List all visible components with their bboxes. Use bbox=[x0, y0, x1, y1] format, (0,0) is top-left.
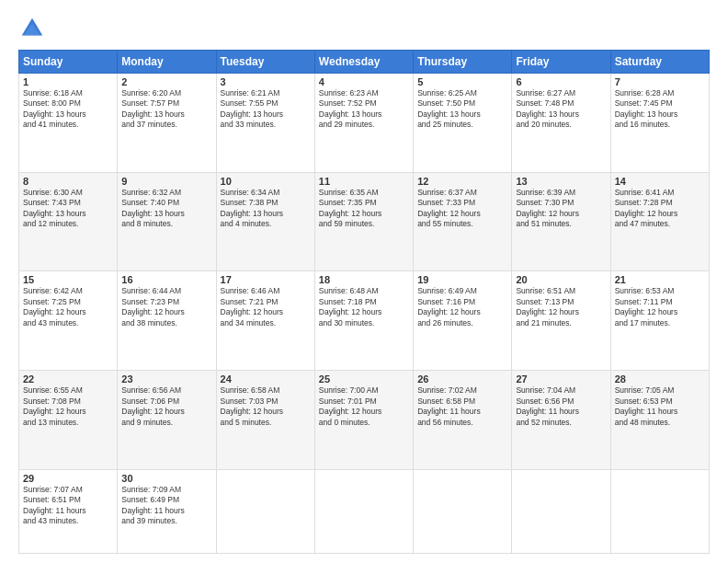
day-info: Sunrise: 7:07 AM Sunset: 6:51 PM Dayligh… bbox=[23, 485, 113, 527]
col-friday: Friday bbox=[512, 51, 610, 74]
day-info: Sunrise: 6:34 AM Sunset: 7:38 PM Dayligh… bbox=[221, 188, 311, 230]
header-row: Sunday Monday Tuesday Wednesday Thursday… bbox=[19, 51, 710, 74]
day-number: 15 bbox=[23, 274, 113, 285]
calendar-cell: 30Sunrise: 7:09 AM Sunset: 6:49 PM Dayli… bbox=[118, 469, 216, 553]
day-info: Sunrise: 6:35 AM Sunset: 7:35 PM Dayligh… bbox=[319, 188, 409, 230]
day-info: Sunrise: 6:25 AM Sunset: 7:50 PM Dayligh… bbox=[417, 88, 507, 131]
col-monday: Monday bbox=[118, 51, 216, 74]
day-info: Sunrise: 6:42 AM Sunset: 7:25 PM Dayligh… bbox=[23, 286, 113, 328]
day-info: Sunrise: 6:46 AM Sunset: 7:21 PM Dayligh… bbox=[221, 286, 311, 328]
col-saturday: Saturday bbox=[610, 51, 709, 74]
calendar-cell: 17Sunrise: 6:46 AM Sunset: 7:21 PM Dayli… bbox=[216, 271, 314, 371]
day-number: 18 bbox=[319, 274, 409, 285]
day-info: Sunrise: 6:27 AM Sunset: 7:48 PM Dayligh… bbox=[516, 88, 606, 131]
day-info: Sunrise: 6:41 AM Sunset: 7:28 PM Dayligh… bbox=[615, 188, 705, 230]
calendar-cell: 22Sunrise: 6:55 AM Sunset: 7:08 PM Dayli… bbox=[19, 371, 118, 470]
calendar-cell: 3Sunrise: 6:21 AM Sunset: 7:55 PM Daylig… bbox=[216, 74, 314, 173]
day-number: 19 bbox=[417, 274, 507, 285]
col-wednesday: Wednesday bbox=[314, 51, 413, 74]
calendar-cell: 23Sunrise: 6:56 AM Sunset: 7:06 PM Dayli… bbox=[118, 371, 216, 470]
day-info: Sunrise: 6:51 AM Sunset: 7:13 PM Dayligh… bbox=[516, 286, 606, 328]
day-number: 25 bbox=[319, 373, 409, 385]
day-number: 5 bbox=[417, 76, 507, 87]
calendar-cell bbox=[314, 469, 413, 553]
day-info: Sunrise: 6:28 AM Sunset: 7:45 PM Dayligh… bbox=[615, 88, 705, 131]
calendar-cell: 16Sunrise: 6:44 AM Sunset: 7:23 PM Dayli… bbox=[118, 271, 216, 371]
header bbox=[18, 15, 710, 42]
calendar-cell: 27Sunrise: 7:04 AM Sunset: 6:56 PM Dayli… bbox=[512, 371, 610, 470]
day-info: Sunrise: 6:53 AM Sunset: 7:11 PM Dayligh… bbox=[615, 286, 705, 328]
day-info: Sunrise: 6:48 AM Sunset: 7:18 PM Dayligh… bbox=[319, 286, 409, 328]
calendar-table: Sunday Monday Tuesday Wednesday Thursday… bbox=[18, 50, 710, 554]
col-sunday: Sunday bbox=[19, 51, 118, 74]
calendar-cell bbox=[216, 469, 314, 553]
col-tuesday: Tuesday bbox=[216, 51, 314, 74]
day-info: Sunrise: 6:23 AM Sunset: 7:52 PM Dayligh… bbox=[319, 88, 409, 131]
day-number: 27 bbox=[516, 373, 606, 385]
day-number: 26 bbox=[417, 373, 507, 385]
day-info: Sunrise: 6:44 AM Sunset: 7:23 PM Dayligh… bbox=[121, 286, 211, 328]
logo bbox=[18, 15, 50, 42]
calendar-cell: 19Sunrise: 6:49 AM Sunset: 7:16 PM Dayli… bbox=[414, 271, 512, 371]
calendar-cell: 1Sunrise: 6:18 AM Sunset: 8:00 PM Daylig… bbox=[19, 74, 118, 173]
day-number: 7 bbox=[615, 76, 705, 87]
logo-icon bbox=[18, 15, 46, 42]
calendar-cell: 29Sunrise: 7:07 AM Sunset: 6:51 PM Dayli… bbox=[19, 469, 118, 553]
day-info: Sunrise: 7:00 AM Sunset: 7:01 PM Dayligh… bbox=[319, 385, 409, 428]
day-info: Sunrise: 6:32 AM Sunset: 7:40 PM Dayligh… bbox=[121, 188, 211, 230]
calendar-cell bbox=[512, 469, 610, 553]
calendar-cell: 18Sunrise: 6:48 AM Sunset: 7:18 PM Dayli… bbox=[314, 271, 413, 371]
calendar-cell: 26Sunrise: 7:02 AM Sunset: 6:58 PM Dayli… bbox=[414, 371, 512, 470]
day-number: 23 bbox=[121, 373, 211, 385]
day-number: 11 bbox=[319, 176, 409, 187]
calendar-cell: 2Sunrise: 6:20 AM Sunset: 7:57 PM Daylig… bbox=[118, 74, 216, 173]
day-number: 8 bbox=[23, 176, 113, 187]
calendar-cell: 9Sunrise: 6:32 AM Sunset: 7:40 PM Daylig… bbox=[118, 172, 216, 271]
calendar-cell: 13Sunrise: 6:39 AM Sunset: 7:30 PM Dayli… bbox=[512, 172, 610, 271]
day-number: 10 bbox=[221, 176, 311, 187]
calendar-cell: 20Sunrise: 6:51 AM Sunset: 7:13 PM Dayli… bbox=[512, 271, 610, 371]
day-number: 24 bbox=[221, 373, 311, 385]
calendar-cell: 28Sunrise: 7:05 AM Sunset: 6:53 PM Dayli… bbox=[610, 371, 709, 470]
day-number: 22 bbox=[23, 373, 113, 385]
calendar-cell: 12Sunrise: 6:37 AM Sunset: 7:33 PM Dayli… bbox=[414, 172, 512, 271]
day-info: Sunrise: 6:58 AM Sunset: 7:03 PM Dayligh… bbox=[221, 385, 311, 428]
day-number: 29 bbox=[23, 473, 113, 484]
day-number: 13 bbox=[516, 176, 606, 187]
calendar-cell: 5Sunrise: 6:25 AM Sunset: 7:50 PM Daylig… bbox=[414, 74, 512, 173]
day-info: Sunrise: 6:55 AM Sunset: 7:08 PM Dayligh… bbox=[23, 385, 113, 428]
calendar-cell: 14Sunrise: 6:41 AM Sunset: 7:28 PM Dayli… bbox=[610, 172, 709, 271]
day-number: 2 bbox=[121, 76, 211, 87]
day-info: Sunrise: 6:49 AM Sunset: 7:16 PM Dayligh… bbox=[417, 286, 507, 328]
day-number: 4 bbox=[319, 76, 409, 87]
calendar-cell: 24Sunrise: 6:58 AM Sunset: 7:03 PM Dayli… bbox=[216, 371, 314, 470]
day-info: Sunrise: 6:20 AM Sunset: 7:57 PM Dayligh… bbox=[121, 88, 211, 131]
calendar-cell: 7Sunrise: 6:28 AM Sunset: 7:45 PM Daylig… bbox=[610, 74, 709, 173]
day-number: 17 bbox=[221, 274, 311, 285]
calendar-cell: 6Sunrise: 6:27 AM Sunset: 7:48 PM Daylig… bbox=[512, 74, 610, 173]
day-number: 16 bbox=[121, 274, 211, 285]
calendar-cell: 4Sunrise: 6:23 AM Sunset: 7:52 PM Daylig… bbox=[314, 74, 413, 173]
day-info: Sunrise: 6:30 AM Sunset: 7:43 PM Dayligh… bbox=[23, 188, 113, 230]
day-number: 9 bbox=[121, 176, 211, 187]
calendar-cell: 25Sunrise: 7:00 AM Sunset: 7:01 PM Dayli… bbox=[314, 371, 413, 470]
day-info: Sunrise: 7:02 AM Sunset: 6:58 PM Dayligh… bbox=[417, 385, 507, 428]
calendar-cell bbox=[414, 469, 512, 553]
day-number: 30 bbox=[121, 473, 211, 484]
calendar-cell: 15Sunrise: 6:42 AM Sunset: 7:25 PM Dayli… bbox=[19, 271, 118, 371]
day-info: Sunrise: 6:21 AM Sunset: 7:55 PM Dayligh… bbox=[221, 88, 311, 131]
day-number: 20 bbox=[516, 274, 606, 285]
col-thursday: Thursday bbox=[414, 51, 512, 74]
day-number: 28 bbox=[615, 373, 705, 385]
calendar-cell: 21Sunrise: 6:53 AM Sunset: 7:11 PM Dayli… bbox=[610, 271, 709, 371]
page: Sunday Monday Tuesday Wednesday Thursday… bbox=[0, 0, 728, 563]
day-number: 12 bbox=[417, 176, 507, 187]
day-number: 14 bbox=[615, 176, 705, 187]
calendar-header: Sunday Monday Tuesday Wednesday Thursday… bbox=[19, 51, 710, 74]
day-number: 6 bbox=[516, 76, 606, 87]
day-info: Sunrise: 6:37 AM Sunset: 7:33 PM Dayligh… bbox=[417, 188, 507, 230]
day-number: 21 bbox=[615, 274, 705, 285]
day-number: 3 bbox=[221, 76, 311, 87]
day-info: Sunrise: 6:56 AM Sunset: 7:06 PM Dayligh… bbox=[121, 385, 211, 428]
day-info: Sunrise: 6:39 AM Sunset: 7:30 PM Dayligh… bbox=[516, 188, 606, 230]
